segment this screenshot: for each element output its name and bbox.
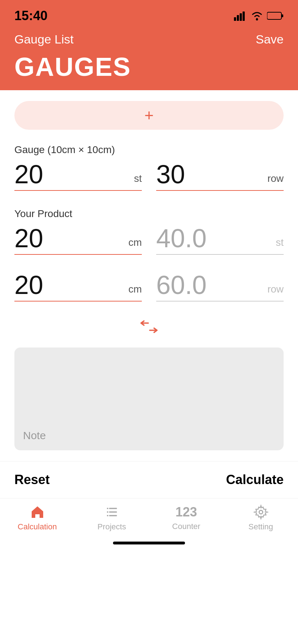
tab-bar: Calculation Projects 123 Counter Setting bbox=[0, 498, 298, 539]
signal-icon bbox=[234, 11, 247, 21]
svg-rect-8 bbox=[109, 508, 117, 509]
tab-counter-label: Counter bbox=[172, 522, 200, 531]
product-width-value: 20 bbox=[14, 225, 124, 251]
svg-rect-2 bbox=[240, 13, 242, 21]
calculate-button[interactable]: Calculate bbox=[226, 472, 284, 487]
tab-calculation-label: Calculation bbox=[18, 522, 57, 532]
wifi-icon bbox=[250, 11, 263, 21]
svg-rect-13 bbox=[107, 515, 108, 516]
home-bar bbox=[113, 542, 185, 544]
gauge-row-group[interactable]: 30 row bbox=[156, 161, 284, 191]
product-height-group[interactable]: 20 cm bbox=[14, 272, 142, 302]
status-icons bbox=[234, 11, 284, 21]
svg-rect-12 bbox=[107, 511, 108, 513]
home-icon bbox=[30, 504, 45, 520]
gauge-stitch-group[interactable]: 20 st bbox=[14, 161, 142, 191]
page-title: GAUGES bbox=[14, 52, 284, 82]
svg-rect-9 bbox=[109, 511, 117, 513]
tab-setting[interactable]: Setting bbox=[224, 504, 298, 532]
product-row-calc-group: 60.0 row bbox=[156, 272, 284, 302]
note-area[interactable]: Note bbox=[14, 348, 284, 450]
header-nav: Gauge List Save bbox=[14, 32, 284, 46]
note-input[interactable] bbox=[23, 356, 275, 428]
svg-rect-7 bbox=[268, 13, 271, 19]
home-indicator bbox=[0, 539, 298, 549]
gauge-stitch-value: 20 bbox=[14, 161, 130, 187]
svg-rect-1 bbox=[237, 15, 239, 21]
main-content: + Gauge (10cm × 10cm) 20 st 30 row Your … bbox=[0, 90, 298, 461]
save-button[interactable]: Save bbox=[256, 32, 284, 46]
add-button[interactable]: + bbox=[14, 101, 284, 130]
plus-icon: + bbox=[144, 107, 154, 123]
tab-projects-label: Projects bbox=[98, 522, 126, 532]
product-height-value: 20 bbox=[14, 272, 124, 298]
product-height-row: 20 cm 60.0 row bbox=[14, 272, 284, 302]
product-width-group[interactable]: 20 cm bbox=[14, 225, 142, 255]
product-section-label: Your Product bbox=[14, 208, 284, 220]
product-width-row: 20 cm 40.0 st bbox=[14, 225, 284, 255]
tab-setting-label: Setting bbox=[248, 522, 273, 532]
gauge-input-row: 20 st 30 row bbox=[14, 161, 284, 191]
gauge-stitch-unit: st bbox=[134, 173, 142, 187]
svg-rect-3 bbox=[243, 12, 245, 21]
tab-counter[interactable]: 123 Counter bbox=[149, 505, 224, 531]
swap-icon[interactable] bbox=[138, 319, 160, 335]
reset-button[interactable]: Reset bbox=[14, 472, 50, 487]
product-row-calc-value: 60.0 bbox=[156, 272, 263, 298]
gauge-section-label: Gauge (10cm × 10cm) bbox=[14, 144, 284, 156]
battery-icon bbox=[267, 11, 284, 20]
status-bar: 15:40 bbox=[0, 0, 298, 29]
status-time: 15:40 bbox=[14, 8, 48, 23]
note-placeholder: Note bbox=[23, 429, 46, 441]
svg-point-4 bbox=[256, 18, 258, 20]
gauge-row-value: 30 bbox=[156, 161, 263, 187]
product-width-unit: cm bbox=[128, 237, 142, 251]
product-stitch-calc-value: 40.0 bbox=[156, 225, 271, 251]
swap-row bbox=[14, 319, 284, 335]
tab-calculation[interactable]: Calculation bbox=[0, 504, 74, 532]
svg-rect-0 bbox=[234, 17, 236, 21]
svg-rect-11 bbox=[107, 508, 108, 509]
svg-point-14 bbox=[259, 510, 263, 514]
gauge-row-unit: row bbox=[267, 173, 284, 187]
gear-icon bbox=[253, 504, 269, 520]
gauge-list-title: Gauge List bbox=[14, 32, 73, 46]
product-row-calc-unit: row bbox=[267, 284, 284, 298]
svg-rect-6 bbox=[281, 14, 283, 17]
product-stitch-calc-group: 40.0 st bbox=[156, 225, 284, 255]
list-icon bbox=[104, 504, 120, 520]
header: Gauge List Save GAUGES bbox=[0, 29, 298, 90]
product-height-unit: cm bbox=[128, 284, 142, 298]
product-stitch-calc-unit: st bbox=[276, 237, 284, 251]
counter-icon: 123 bbox=[175, 505, 197, 520]
bottom-actions: Reset Calculate bbox=[0, 461, 298, 498]
svg-rect-10 bbox=[109, 515, 117, 516]
tab-projects[interactable]: Projects bbox=[74, 504, 149, 532]
